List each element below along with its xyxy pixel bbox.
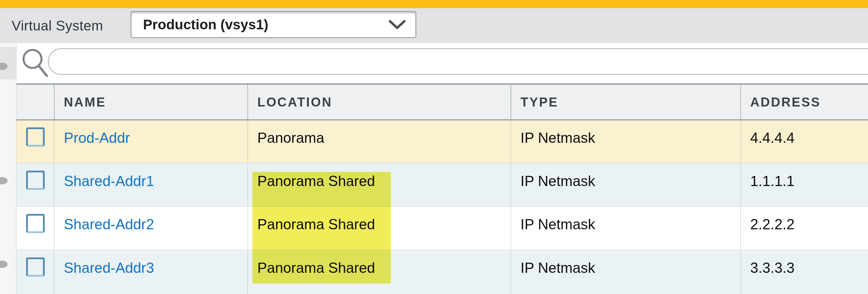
type-cell: IP Netmask: [510, 207, 740, 249]
search-input[interactable]: [48, 48, 868, 75]
type-cell: IP Netmask: [510, 251, 740, 294]
name-cell: Shared-Addr2: [54, 207, 247, 249]
type-cell: IP Netmask: [510, 120, 740, 163]
name-cell: Prod-Addr: [54, 120, 247, 163]
checkbox-cell: [17, 164, 54, 206]
address-cell: 2.2.2.2: [740, 207, 868, 249]
address-cell: 4.4.4.4: [740, 120, 868, 163]
checkbox-cell: [17, 251, 54, 294]
type-cell: IP Netmask: [510, 164, 740, 206]
row-checkbox[interactable]: [26, 127, 45, 147]
address-cell: 1.1.1.1: [740, 164, 868, 206]
address-name-link[interactable]: Shared-Addr1: [64, 173, 154, 189]
virtual-system-dropdown[interactable]: Production (vsys1): [130, 11, 416, 38]
address-name-link[interactable]: Prod-Addr: [64, 130, 130, 146]
table-header-row: NAME LOCATION TYPE ADDRESS: [17, 83, 868, 120]
location-cell: Panorama Shared: [247, 164, 510, 206]
virtual-system-selected-value: Production (vsys1): [143, 17, 268, 32]
location-cell: Panorama Shared: [247, 207, 510, 249]
table-row: Shared-Addr1 Panorama Shared IP Netmask …: [17, 163, 868, 206]
row-checkbox[interactable]: [26, 258, 45, 276]
address-name-link[interactable]: Shared-Addr3: [64, 260, 154, 276]
address-name-link[interactable]: Shared-Addr2: [64, 216, 154, 233]
search-band: [17, 43, 868, 83]
splitter-handle-dot: [0, 177, 7, 184]
column-header-address[interactable]: ADDRESS: [740, 85, 868, 119]
table-body: Prod-Addr Panorama IP Netmask 4.4.4.4 Sh…: [17, 120, 868, 294]
table-row: Shared-Addr2 Panorama Shared IP Netmask …: [17, 206, 868, 249]
name-cell: Shared-Addr1: [54, 164, 247, 206]
column-header-name[interactable]: NAME: [54, 85, 247, 119]
virtual-system-bar: Virtual System Production (vsys1): [0, 8, 868, 43]
top-accent-bar: [0, 0, 868, 8]
checkbox-cell: [17, 207, 54, 249]
virtual-system-label: Virtual System: [11, 8, 103, 43]
table-row: Prod-Addr Panorama IP Netmask 4.4.4.4: [17, 120, 868, 163]
location-cell: Panorama: [247, 120, 510, 163]
address-cell: 3.3.3.3: [740, 251, 868, 294]
row-checkbox[interactable]: [26, 214, 45, 233]
chevron-down-icon: [389, 20, 406, 29]
select-all-column-header: [17, 85, 54, 119]
name-cell: Shared-Addr3: [54, 251, 247, 294]
location-cell: Panorama Shared: [247, 251, 510, 294]
checkbox-cell: [17, 120, 54, 163]
pane-splitter-rail: [0, 43, 17, 294]
row-checkbox[interactable]: [26, 171, 45, 190]
column-header-type[interactable]: TYPE: [510, 85, 740, 119]
search-icon: [22, 48, 50, 78]
splitter-handle-dot: [0, 261, 7, 268]
addresses-page: Virtual System Production (vsys1) NAME L…: [0, 0, 868, 294]
column-header-location[interactable]: LOCATION: [247, 85, 510, 119]
table-row: Shared-Addr3 Panorama Shared IP Netmask …: [17, 249, 868, 294]
